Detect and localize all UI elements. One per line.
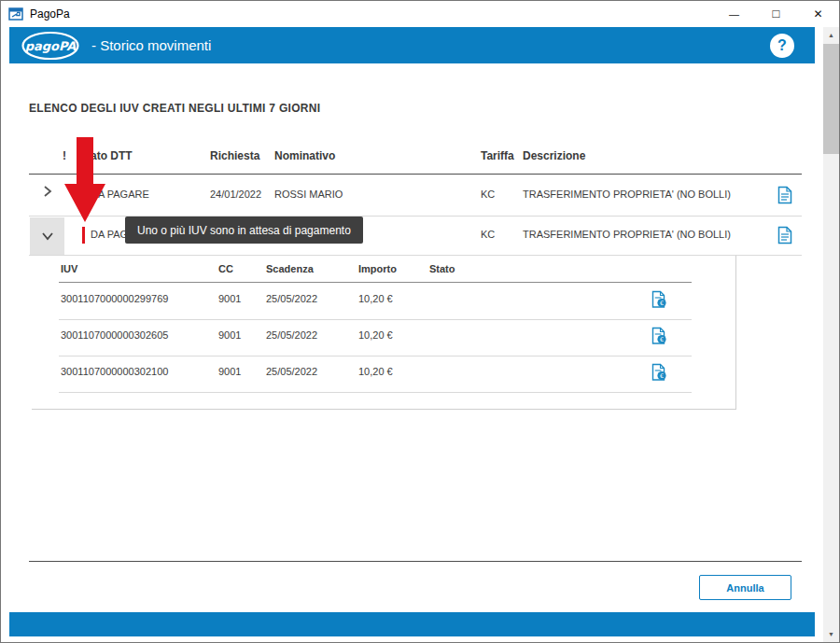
- subcol-cc: CC: [218, 263, 233, 274]
- cell-cc: 9001: [218, 366, 241, 377]
- scrollbar-thumb[interactable]: [823, 44, 839, 154]
- subheader-divider: [59, 282, 692, 283]
- status-tooltip: Uno o più IUV sono in attesa di pagament…: [125, 217, 363, 244]
- document-button[interactable]: [777, 186, 792, 207]
- cell-scadenza: 25/05/2022: [266, 293, 317, 304]
- subrow-divider: [59, 356, 692, 356]
- cell-descrizione: TRASFERIMENTO PROPRIETA' (NO BOLLI): [523, 189, 731, 200]
- window-title: PagoPa: [30, 7, 70, 21]
- expand-row-button[interactable]: [40, 183, 55, 203]
- svg-text:€: €: [660, 300, 664, 307]
- subcol-iuv: IUV: [61, 263, 77, 274]
- payment-notice-button[interactable]: €: [651, 327, 667, 348]
- help-button[interactable]: ?: [770, 34, 794, 58]
- collapse-row-button[interactable]: [30, 217, 64, 255]
- document-icon: [777, 186, 792, 204]
- vertical-scrollbar[interactable]: ▲ ▼: [823, 27, 839, 642]
- subcol-importo: Importo: [358, 263, 397, 274]
- cell-tariffa: KC: [481, 229, 495, 240]
- cell-cc: 9001: [218, 293, 241, 304]
- content-area: ELENCO DEGLI IUV CREATI NEGLI ULTIMI 7 G…: [9, 63, 815, 612]
- col-tariffa: Tariffa: [481, 149, 514, 162]
- receipt-euro-icon: €: [651, 327, 667, 345]
- close-button[interactable]: ✕: [797, 1, 839, 27]
- app-header: pagoPA - Storico movimenti ?: [9, 27, 815, 63]
- subrow-divider: [59, 319, 692, 320]
- payment-notice-button[interactable]: €: [651, 290, 667, 312]
- app-footer: [9, 612, 815, 636]
- chevron-down-icon: [39, 230, 56, 243]
- maximize-icon: □: [773, 7, 780, 21]
- maximize-button[interactable]: □: [755, 1, 797, 27]
- chevron-right-icon: [40, 183, 55, 200]
- cell-iuv: 3001107000000302100: [61, 366, 168, 377]
- scroll-down-icon[interactable]: ▼: [823, 626, 839, 642]
- cell-scadenza: 25/05/2022: [266, 329, 317, 341]
- col-descrizione: Descrizione: [523, 149, 585, 162]
- cell-richiesta: 24/01/2022: [210, 189, 261, 200]
- svg-text:€: €: [660, 336, 664, 343]
- svg-text:€: €: [660, 372, 664, 380]
- cell-iuv: 3001107000000299769: [61, 293, 168, 304]
- col-nominativo: Nominativo: [274, 149, 335, 162]
- cancel-button[interactable]: Annulla: [699, 575, 791, 600]
- cell-iuv: 3001107000000302605: [61, 329, 168, 341]
- cell-tariffa: KC: [481, 189, 495, 200]
- close-icon: ✕: [813, 7, 822, 21]
- titlebar: PagoPa — □ ✕: [1, 1, 839, 27]
- app-icon: [8, 7, 23, 21]
- pagopa-logo-text: pagoPA: [25, 38, 77, 52]
- header-divider: [29, 174, 802, 175]
- payment-notice-button[interactable]: €: [651, 363, 667, 384]
- list-heading: ELENCO DEGLI IUV CREATI NEGLI ULTIMI 7 G…: [29, 102, 320, 115]
- cell-importo: 10,20 €: [358, 366, 393, 377]
- subrow-divider: [59, 392, 692, 393]
- col-richiesta: Richiesta: [210, 149, 259, 162]
- subcol-stato: Stato: [429, 263, 455, 274]
- minimize-icon: —: [729, 8, 739, 20]
- cell-importo: 10,20 €: [358, 329, 393, 341]
- help-icon: ?: [777, 37, 787, 54]
- app-window: PagoPa — □ ✕ ▲ ▼ pagoPA - Storico movime…: [0, 0, 840, 643]
- receipt-euro-icon: €: [651, 290, 667, 309]
- cell-descrizione: TRASFERIMENTO PROPRIETA' (NO BOLLI): [523, 229, 731, 240]
- cell-importo: 10,20 €: [358, 293, 393, 304]
- annotation-arrow-icon: [64, 137, 105, 227]
- scroll-up-icon[interactable]: ▲: [823, 27, 839, 43]
- cell-cc: 9001: [218, 329, 241, 341]
- footer-divider: [29, 561, 802, 562]
- document-icon: [777, 226, 792, 245]
- document-button[interactable]: [777, 226, 792, 247]
- minimize-button[interactable]: —: [713, 1, 755, 27]
- page-title: - Storico movimenti: [91, 37, 211, 53]
- subcol-scadenza: Scadenza: [266, 263, 314, 274]
- window-controls: — □ ✕: [713, 1, 839, 27]
- pagopa-logo: pagoPA: [21, 30, 80, 62]
- cell-nominativo: ROSSI MARIO: [274, 189, 343, 200]
- status-alert-bar: [82, 227, 85, 244]
- cell-scadenza: 25/05/2022: [266, 366, 317, 377]
- receipt-euro-icon: €: [651, 363, 667, 382]
